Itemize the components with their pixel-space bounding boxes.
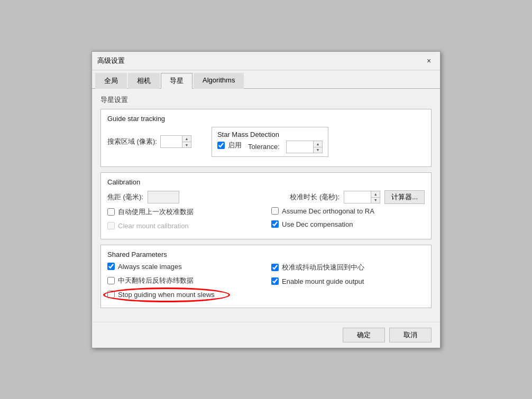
search-area-spin-buttons: ▲ ▼ [182,136,191,147]
tab-content: 导星设置 Guide star tracking 搜索区域 (像素): 15 ▲… [92,89,440,322]
meridian-flip-label: 中天翻转后反转赤纬数据 [118,276,194,285]
calculator-button[interactable]: 计算器... [384,190,425,204]
guide-star-tracking-group: Guide star tracking 搜索区域 (像素): 15 ▲ ▼ [100,109,432,167]
search-area-spin-down[interactable]: ▼ [182,142,191,147]
return-to-center-label: 校准或抖动后快速回到中心 [282,263,364,272]
shared-params-right-col: 校准或抖动后快速回到中心 Enable mount guide output [271,263,425,301]
calibration-options: 自动使用上一次校准数据 Clear mount calibration Assu… [107,207,425,233]
shared-params-options: Always scale images 中天翻转后反转赤纬数据 Stop gui… [107,263,425,301]
tab-camera[interactable]: 相机 [128,73,160,89]
dialog: 高级设置 × 全局 相机 导星 Algorithms 导星设置 Guide st… [91,51,441,348]
always-scale-row: Always scale images [107,263,261,271]
return-to-center-row: 校准或抖动后快速回到中心 [271,263,425,272]
auto-use-last-row: 自动使用上一次校准数据 [107,207,261,217]
stop-guiding-label: Stop guiding when mount slews [118,291,215,299]
calibration-right-col: Assume Dec orthogonal to RA Use Dec comp… [271,207,425,233]
tolerance-input[interactable]: 50.0 [287,141,313,153]
tab-global[interactable]: 全局 [95,73,127,89]
cancel-button[interactable]: 取消 [389,328,432,342]
tolerance-spin-up[interactable]: ▲ [314,141,322,147]
tolerance-spin-buttons: ▲ ▼ [313,141,322,153]
enable-mount-guide-checkbox[interactable] [271,277,279,285]
search-area-spin-up[interactable]: ▲ [182,136,191,142]
always-scale-label: Always scale images [118,263,182,271]
guide-star-tracking-title: Guide star tracking [107,115,425,123]
search-area-input[interactable]: 15 [161,136,182,147]
calib-duration-spin-up[interactable]: ▲ [371,191,380,197]
search-area-spinbox[interactable]: 15 ▲ ▼ [160,135,191,148]
tab-bar: 全局 相机 导星 Algorithms [92,70,440,89]
meridian-flip-row: 中天翻转后反转赤纬数据 [107,276,261,285]
calibration-left-col: 自动使用上一次校准数据 Clear mount calibration [107,207,261,233]
star-mass-enabled-label: 启用 [228,141,242,150]
enable-mount-guide-row: Enable mount guide output [271,277,425,285]
calib-duration-label: 校准时长 (毫秒): [290,192,340,202]
calib-duration-spin-down[interactable]: ▼ [371,197,380,203]
clear-mount-label: Clear mount calibration [118,222,189,230]
ok-button[interactable]: 确定 [343,328,385,342]
guide-settings-label: 导星设置 [100,95,432,105]
close-button[interactable]: × [423,55,435,67]
shared-params-left-col: Always scale images 中天翻转后反转赤纬数据 Stop gui… [107,263,261,301]
calibration-group: Calibration 焦距 (毫米): 110 校准时长 (毫秒): 550 … [100,172,432,239]
search-area-row: 搜索区域 (像素): 15 ▲ ▼ Star Mass Detection [107,127,425,157]
auto-use-last-label: 自动使用上一次校准数据 [118,207,194,217]
star-mass-detection-box: Star Mass Detection 启用 Tolerance: 50.0 ▲ [212,127,328,157]
star-mass-enabled-row: 启用 [217,141,242,150]
enable-mount-guide-label: Enable mount guide output [282,277,364,285]
star-mass-enabled-checkbox[interactable] [217,142,225,149]
footer: 确定 取消 [92,322,440,348]
tab-guide[interactable]: 导星 [161,73,192,89]
tolerance-spinbox[interactable]: 50.0 ▲ ▼ [286,141,323,153]
stop-guiding-checkbox[interactable] [107,291,115,298]
stop-guiding-row: Stop guiding when mount slews [107,291,261,299]
focal-length-label: 焦距 (毫米): [107,192,143,202]
meridian-flip-checkbox[interactable] [107,277,115,284]
assume-dec-checkbox[interactable] [271,207,279,215]
clear-mount-checkbox[interactable] [107,222,115,229]
calibration-top-row: 焦距 (毫米): 110 校准时长 (毫秒): 550 ▲ ▼ 计算器... [107,190,425,204]
title-bar: 高级设置 × [92,52,440,70]
star-mass-title: Star Mass Detection [217,131,323,138]
use-dec-comp-row: Use Dec compensation [271,220,425,228]
auto-use-last-checkbox[interactable] [107,208,115,216]
always-scale-checkbox[interactable] [107,263,115,270]
shared-params-title: Shared Parameters [107,250,425,258]
use-dec-comp-label: Use Dec compensation [282,220,353,228]
shared-params-group: Shared Parameters Always scale images 中天… [100,245,432,308]
dialog-title: 高级设置 [97,56,125,66]
calib-duration-spinbox[interactable]: 550 ▲ ▼ [344,191,380,203]
tolerance-label: Tolerance: [248,143,280,151]
assume-dec-label: Assume Dec orthogonal to RA [282,207,374,215]
calib-duration-spin-buttons: ▲ ▼ [371,191,380,203]
calib-duration-input[interactable]: 550 [344,191,371,203]
assume-dec-row: Assume Dec orthogonal to RA [271,207,425,215]
search-area-label: 搜索区域 (像素): [107,137,157,146]
tab-algorithms[interactable]: Algorithms [194,73,244,89]
use-dec-comp-checkbox[interactable] [271,220,279,228]
tolerance-spin-down[interactable]: ▼ [314,147,322,153]
calibration-title: Calibration [107,178,425,186]
clear-mount-row: Clear mount calibration [107,222,261,230]
return-to-center-checkbox[interactable] [271,264,279,271]
focal-length-input[interactable]: 110 [148,191,179,203]
